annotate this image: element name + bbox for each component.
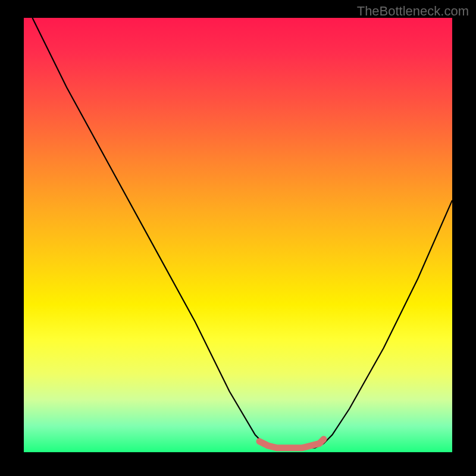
flat-region-marker — [259, 439, 324, 448]
watermark-text: TheBottleneck.com — [357, 4, 469, 19]
chart-svg — [24, 18, 452, 452]
plot-area — [24, 18, 452, 452]
curve-line — [32, 18, 452, 448]
